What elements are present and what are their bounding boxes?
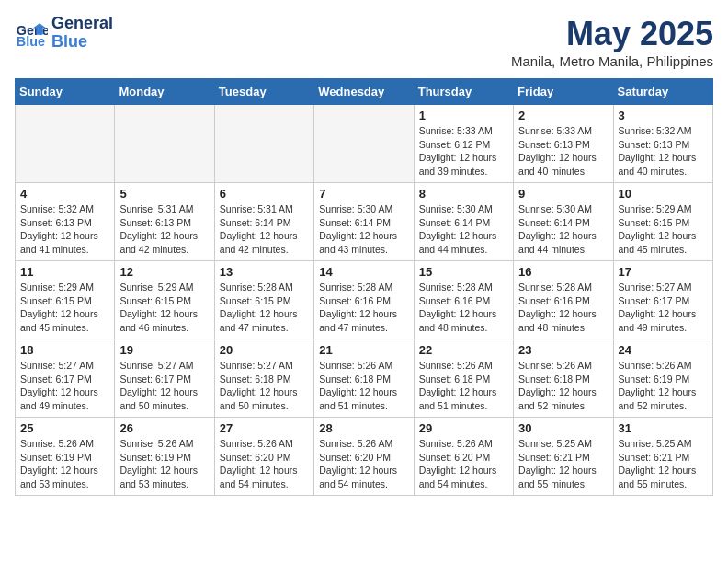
day-number: 11 (20, 265, 109, 279)
day-info: Sunrise: 5:27 AMSunset: 6:17 PMDaylight:… (619, 281, 708, 335)
day-cell: 29Sunrise: 5:26 AMSunset: 6:20 PMDayligh… (414, 418, 513, 496)
day-cell: 12Sunrise: 5:29 AMSunset: 6:15 PMDayligh… (115, 261, 214, 339)
svg-text:Blue: Blue (17, 34, 45, 49)
day-cell: 24Sunrise: 5:26 AMSunset: 6:19 PMDayligh… (613, 339, 712, 418)
day-number: 5 (119, 187, 209, 201)
page-header: General Blue General Blue May 2025 Manil… (15, 15, 713, 69)
day-cell: 19Sunrise: 5:27 AMSunset: 6:17 PMDayligh… (115, 339, 214, 418)
day-number: 30 (518, 421, 608, 435)
day-cell: 8Sunrise: 5:30 AMSunset: 6:14 PMDaylight… (414, 183, 513, 261)
day-cell: 23Sunrise: 5:26 AMSunset: 6:18 PMDayligh… (514, 339, 613, 418)
col-wednesday: Wednesday (314, 79, 414, 105)
day-number: 29 (419, 421, 508, 435)
col-sunday: Sunday (16, 79, 115, 105)
day-info: Sunrise: 5:26 AMSunset: 6:20 PMDaylight:… (319, 437, 408, 491)
day-info: Sunrise: 5:29 AMSunset: 6:15 PMDaylight:… (619, 202, 708, 257)
col-saturday: Saturday (613, 79, 712, 105)
day-number: 23 (518, 343, 608, 357)
week-row-0: 1Sunrise: 5:33 AMSunset: 6:12 PMDaylight… (16, 105, 713, 183)
day-cell: 5Sunrise: 5:31 AMSunset: 6:13 PMDaylight… (115, 183, 214, 261)
day-number: 14 (319, 265, 408, 279)
day-cell: 28Sunrise: 5:26 AMSunset: 6:20 PMDayligh… (314, 418, 414, 496)
day-cell: 26Sunrise: 5:26 AMSunset: 6:19 PMDayligh… (115, 418, 214, 496)
day-cell: 18Sunrise: 5:27 AMSunset: 6:17 PMDayligh… (16, 339, 115, 418)
day-number: 28 (319, 421, 408, 435)
day-number: 13 (220, 265, 309, 279)
day-info: Sunrise: 5:32 AMSunset: 6:13 PMDaylight:… (20, 202, 109, 257)
day-info: Sunrise: 5:26 AMSunset: 6:19 PMDaylight:… (119, 437, 209, 491)
day-number: 21 (319, 343, 408, 357)
logo: General Blue General Blue (15, 15, 113, 52)
logo-general: General (51, 15, 113, 33)
day-number: 3 (619, 109, 708, 122)
day-cell: 30Sunrise: 5:25 AMSunset: 6:21 PMDayligh… (514, 418, 613, 496)
day-cell: 2Sunrise: 5:33 AMSunset: 6:13 PMDaylight… (514, 105, 613, 183)
day-info: Sunrise: 5:28 AMSunset: 6:16 PMDaylight:… (419, 281, 508, 335)
day-cell (115, 105, 214, 183)
day-info: Sunrise: 5:26 AMSunset: 6:19 PMDaylight:… (20, 437, 109, 491)
day-number: 17 (619, 265, 708, 279)
day-cell: 22Sunrise: 5:26 AMSunset: 6:18 PMDayligh… (414, 339, 513, 418)
day-info: Sunrise: 5:28 AMSunset: 6:16 PMDaylight:… (518, 281, 608, 335)
header-row: Sunday Monday Tuesday Wednesday Thursday… (16, 79, 713, 105)
day-number: 26 (119, 421, 209, 435)
day-cell: 27Sunrise: 5:26 AMSunset: 6:20 PMDayligh… (214, 418, 313, 496)
day-cell: 10Sunrise: 5:29 AMSunset: 6:15 PMDayligh… (613, 183, 712, 261)
calendar-table: Sunday Monday Tuesday Wednesday Thursday… (15, 78, 713, 496)
day-info: Sunrise: 5:28 AMSunset: 6:15 PMDaylight:… (220, 281, 309, 335)
month-title: May 2025 (511, 15, 713, 53)
day-info: Sunrise: 5:27 AMSunset: 6:17 PMDaylight:… (20, 359, 109, 413)
day-cell: 17Sunrise: 5:27 AMSunset: 6:17 PMDayligh… (613, 261, 712, 339)
day-number: 18 (20, 343, 109, 357)
day-number: 1 (419, 109, 508, 122)
day-cell: 20Sunrise: 5:27 AMSunset: 6:18 PMDayligh… (214, 339, 313, 418)
day-cell: 3Sunrise: 5:32 AMSunset: 6:13 PMDaylight… (613, 105, 712, 183)
day-info: Sunrise: 5:25 AMSunset: 6:21 PMDaylight:… (518, 437, 608, 491)
day-info: Sunrise: 5:30 AMSunset: 6:14 PMDaylight:… (319, 202, 408, 257)
day-cell: 14Sunrise: 5:28 AMSunset: 6:16 PMDayligh… (314, 261, 414, 339)
day-cell: 9Sunrise: 5:30 AMSunset: 6:14 PMDaylight… (514, 183, 613, 261)
day-info: Sunrise: 5:29 AMSunset: 6:15 PMDaylight:… (20, 281, 109, 335)
col-friday: Friday (514, 79, 613, 105)
col-monday: Monday (115, 79, 214, 105)
day-info: Sunrise: 5:25 AMSunset: 6:21 PMDaylight:… (619, 437, 708, 491)
logo-blue: Blue (51, 33, 113, 52)
day-info: Sunrise: 5:32 AMSunset: 6:13 PMDaylight:… (619, 124, 708, 178)
day-info: Sunrise: 5:26 AMSunset: 6:18 PMDaylight:… (419, 359, 508, 413)
day-cell: 11Sunrise: 5:29 AMSunset: 6:15 PMDayligh… (16, 261, 115, 339)
day-number: 19 (119, 343, 209, 357)
location: Manila, Metro Manila, Philippines (511, 53, 713, 69)
day-cell (314, 105, 414, 183)
day-number: 10 (619, 187, 708, 201)
day-info: Sunrise: 5:26 AMSunset: 6:18 PMDaylight:… (518, 359, 608, 413)
day-info: Sunrise: 5:27 AMSunset: 6:17 PMDaylight:… (119, 359, 209, 413)
day-info: Sunrise: 5:29 AMSunset: 6:15 PMDaylight:… (119, 281, 209, 335)
day-number: 22 (419, 343, 508, 357)
day-info: Sunrise: 5:31 AMSunset: 6:14 PMDaylight:… (220, 202, 309, 257)
day-cell: 16Sunrise: 5:28 AMSunset: 6:16 PMDayligh… (514, 261, 613, 339)
day-number: 7 (319, 187, 408, 201)
day-info: Sunrise: 5:33 AMSunset: 6:13 PMDaylight:… (518, 124, 608, 178)
day-info: Sunrise: 5:30 AMSunset: 6:14 PMDaylight:… (419, 202, 508, 257)
day-info: Sunrise: 5:31 AMSunset: 6:13 PMDaylight:… (119, 202, 209, 257)
day-number: 24 (619, 343, 708, 357)
week-row-3: 18Sunrise: 5:27 AMSunset: 6:17 PMDayligh… (16, 339, 713, 418)
day-info: Sunrise: 5:26 AMSunset: 6:19 PMDaylight:… (619, 359, 708, 413)
logo-icon: General Blue (15, 17, 48, 50)
col-thursday: Thursday (414, 79, 513, 105)
day-info: Sunrise: 5:33 AMSunset: 6:12 PMDaylight:… (419, 124, 508, 178)
week-row-4: 25Sunrise: 5:26 AMSunset: 6:19 PMDayligh… (16, 418, 713, 496)
col-tuesday: Tuesday (214, 79, 313, 105)
day-cell: 31Sunrise: 5:25 AMSunset: 6:21 PMDayligh… (613, 418, 712, 496)
week-row-2: 11Sunrise: 5:29 AMSunset: 6:15 PMDayligh… (16, 261, 713, 339)
day-number: 9 (518, 187, 608, 201)
day-number: 31 (619, 421, 708, 435)
day-cell: 13Sunrise: 5:28 AMSunset: 6:15 PMDayligh… (214, 261, 313, 339)
day-info: Sunrise: 5:26 AMSunset: 6:20 PMDaylight:… (419, 437, 508, 491)
day-info: Sunrise: 5:27 AMSunset: 6:18 PMDaylight:… (220, 359, 309, 413)
day-number: 16 (518, 265, 608, 279)
day-cell: 15Sunrise: 5:28 AMSunset: 6:16 PMDayligh… (414, 261, 513, 339)
day-number: 6 (220, 187, 309, 201)
day-cell: 25Sunrise: 5:26 AMSunset: 6:19 PMDayligh… (16, 418, 115, 496)
day-number: 12 (119, 265, 209, 279)
